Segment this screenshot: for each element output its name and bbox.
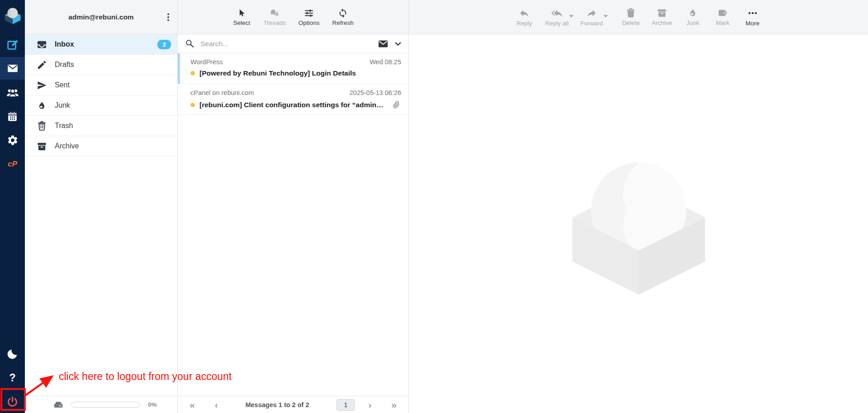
options-button[interactable]: Options xyxy=(299,8,320,26)
search-input[interactable] xyxy=(199,39,373,48)
select-button[interactable]: Select xyxy=(232,8,251,26)
reply-button[interactable]: Reply xyxy=(515,8,533,27)
more-button[interactable]: More xyxy=(744,8,762,27)
sidebar-item-mail[interactable] xyxy=(0,57,25,80)
unread-dot xyxy=(190,103,195,107)
archive-box-icon xyxy=(37,141,47,152)
search-bar xyxy=(178,34,408,53)
archive-label: Archive xyxy=(652,19,672,26)
calendar-icon xyxy=(7,111,18,122)
reply-all-label: Reply all xyxy=(545,20,569,27)
junk-button[interactable]: Junk xyxy=(684,8,702,26)
cpanel-icon: cP xyxy=(8,160,17,169)
chevron-down-icon[interactable] xyxy=(394,40,402,48)
reply-all-dropdown-caret[interactable] xyxy=(569,15,574,18)
first-page-button[interactable]: « xyxy=(190,400,195,409)
envelope-icon[interactable] xyxy=(378,38,389,49)
mark-button[interactable]: Mark xyxy=(714,8,732,26)
folder-label: Trash xyxy=(55,122,73,130)
mail-icon xyxy=(7,62,19,74)
message-row[interactable]: WordPress Wed 08:25 [Powered by Rebuni T… xyxy=(178,53,408,84)
message-subject: [Powered by Rebuni Technology] Login Det… xyxy=(199,69,401,77)
message-date: Wed 08:25 xyxy=(370,58,401,66)
disk-icon xyxy=(53,399,64,410)
refresh-icon xyxy=(338,8,348,18)
message-sender: cPanel on rebuni.com xyxy=(190,89,254,96)
delete-button[interactable]: Delete xyxy=(622,8,640,26)
refresh-button[interactable]: Refresh xyxy=(332,8,353,26)
gear-icon xyxy=(7,134,19,146)
folder-item-junk[interactable]: Junk xyxy=(25,95,177,116)
quota-progress-bar xyxy=(71,402,140,408)
select-label: Select xyxy=(233,19,251,26)
prev-page-button[interactable]: ‹ xyxy=(215,400,218,409)
pencil-icon xyxy=(37,60,47,70)
folder-label: Drafts xyxy=(55,61,74,69)
message-content-column: Reply Reply all Forward xyxy=(409,0,868,413)
forward-label: Forward xyxy=(580,20,603,27)
unread-count-badge: 2 xyxy=(157,40,171,49)
quota-bar: 0% xyxy=(25,396,177,413)
sliders-icon xyxy=(304,8,314,18)
more-label: More xyxy=(745,20,759,27)
folder-item-trash[interactable]: Trash xyxy=(25,116,177,136)
paperclip-icon xyxy=(391,100,401,110)
folder-item-sent[interactable]: Sent xyxy=(25,75,177,95)
folder-label: Archive xyxy=(55,142,79,150)
trash-icon xyxy=(626,8,636,18)
archive-button[interactable]: Archive xyxy=(652,8,672,26)
app-sidebar: cP ? xyxy=(0,0,25,413)
folder-label: Sent xyxy=(55,81,70,89)
flame-icon xyxy=(37,100,47,111)
current-page-input[interactable]: 1 xyxy=(337,399,355,411)
threads-label: Threads xyxy=(263,19,286,26)
forward-dropdown-caret[interactable] xyxy=(603,15,608,18)
sidebar-item-logout[interactable] xyxy=(0,390,25,413)
folder-item-inbox[interactable]: Inbox 2 xyxy=(25,34,177,55)
sidebar-item-compose[interactable] xyxy=(0,33,25,56)
threads-button[interactable]: Threads xyxy=(263,8,286,26)
message-row[interactable]: cPanel on rebuni.com 2025-05-13 06:26 [r… xyxy=(178,84,408,115)
roundcube-logo[interactable] xyxy=(0,0,25,32)
next-page-button[interactable]: › xyxy=(368,400,371,409)
message-toolbar: Reply Reply all Forward xyxy=(409,0,868,34)
delete-label: Delete xyxy=(622,19,640,26)
list-toolbar: Select Threads xyxy=(178,0,408,34)
folder-item-drafts[interactable]: Drafts xyxy=(25,55,177,75)
reply-all-icon xyxy=(551,8,562,19)
forward-button[interactable]: Forward xyxy=(580,8,603,27)
pagination-bar: « ‹ Messages 1 to 2 of 2 1 › » xyxy=(178,396,408,413)
ellipsis-icon xyxy=(747,8,758,19)
roundcube-logo-icon xyxy=(3,6,22,25)
message-date: 2025-05-13 06:26 xyxy=(350,89,402,96)
quota-percent: 0% xyxy=(148,401,157,408)
flame-icon xyxy=(688,8,698,18)
folder-item-archive[interactable]: Archive xyxy=(25,136,177,157)
last-page-button[interactable]: » xyxy=(391,400,397,409)
account-email: admin@rebuni.com xyxy=(68,13,133,21)
sidebar-item-calendar[interactable] xyxy=(0,105,25,128)
webmail-app: cP ? admin xyxy=(0,0,868,413)
roundcube-watermark-icon xyxy=(567,152,711,296)
moon-icon xyxy=(7,348,19,360)
compose-icon xyxy=(7,38,19,50)
message-sender: WordPress xyxy=(190,58,223,66)
chat-bubbles-icon xyxy=(270,8,280,18)
sidebar-item-contacts[interactable] xyxy=(0,81,25,104)
folder-column-header: admin@rebuni.com xyxy=(25,0,177,34)
forward-icon xyxy=(586,8,597,19)
refresh-label: Refresh xyxy=(332,19,353,26)
reply-all-button[interactable]: Reply all xyxy=(545,8,569,27)
folder-menu-button[interactable] xyxy=(163,12,174,23)
folder-column: admin@rebuni.com Inbox 2 Drafts xyxy=(25,0,178,413)
trash-icon xyxy=(37,121,47,131)
sidebar-item-help[interactable]: ? xyxy=(0,366,25,389)
sidebar-item-cpanel[interactable]: cP xyxy=(0,153,25,176)
sidebar-item-dark-mode[interactable] xyxy=(0,342,25,365)
messages-count-summary: Messages 1 to 2 of 2 xyxy=(218,401,337,408)
message-subject: [rebuni.com] Client configuration settin… xyxy=(199,101,387,109)
options-label: Options xyxy=(299,19,320,26)
power-icon xyxy=(6,396,19,408)
sidebar-item-settings[interactable] xyxy=(0,129,25,152)
annotation-text: click here to logout from your account xyxy=(59,370,232,383)
